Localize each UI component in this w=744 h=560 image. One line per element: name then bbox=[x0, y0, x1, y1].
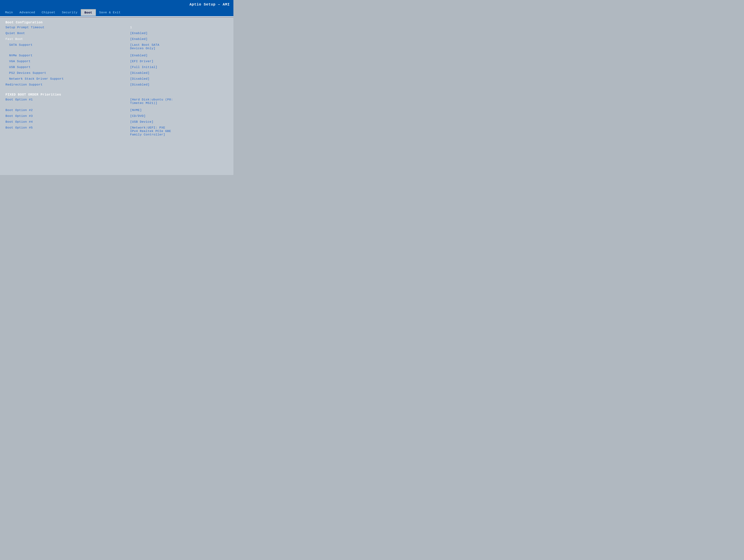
tab-advanced[interactable]: Advanced bbox=[16, 9, 38, 16]
value-boot-option-2: [NVME] bbox=[130, 109, 228, 112]
label-vga-support[interactable]: VGA Support bbox=[5, 59, 128, 63]
label-boot-option-3[interactable]: Boot Option #3 bbox=[5, 114, 128, 118]
row-fast-boot: Fast Boot [Enabled] bbox=[5, 37, 228, 42]
boot5-val-line3: Family Controller] bbox=[130, 133, 228, 136]
value-setup-prompt-timeout: 1 bbox=[130, 26, 228, 29]
boot5-val-line1: [Network:UEFI: PXE bbox=[130, 126, 228, 129]
value-vga-support: [EFI Driver] bbox=[130, 59, 228, 63]
value-sata-support: [Last Boot SATA Devices Only] bbox=[130, 43, 228, 50]
sata-val-line1: [Last Boot SATA bbox=[130, 43, 228, 47]
value-boot-option-5: [Network:UEFI: PXE IPv4 Realtek PCIe GBE… bbox=[130, 126, 228, 136]
row-boot-option-2: Boot Option #2 [NVME] bbox=[5, 109, 228, 113]
row-boot-option-5: Boot Option #5 [Network:UEFI: PXE IPv4 R… bbox=[5, 126, 228, 136]
row-redirection-support: Redirection Support [Disabled] bbox=[5, 83, 228, 88]
tab-chipset[interactable]: Chipset bbox=[38, 9, 59, 16]
value-quiet-boot: [Enabled] bbox=[130, 32, 228, 35]
row-network-stack-driver-support: Network Stack Driver Support [Disabled] bbox=[5, 77, 228, 82]
row-nvme-support: NVMe Support [Enabled] bbox=[5, 54, 228, 58]
label-nvme-support[interactable]: NVMe Support bbox=[5, 54, 128, 57]
label-boot-option-4[interactable]: Boot Option #4 bbox=[5, 120, 128, 124]
boot1-val-line2: Timetec MS21)] bbox=[130, 102, 228, 105]
bios-screen: Aptio Setup – AMI Main Advanced Chipset … bbox=[0, 0, 233, 175]
boot1-val-line1: [Hard Disk:ubuntu (P0: bbox=[130, 98, 228, 102]
label-boot-option-5[interactable]: Boot Option #5 bbox=[5, 126, 128, 129]
tab-security[interactable]: Security bbox=[59, 9, 81, 16]
row-boot-option-4: Boot Option #4 [USB Device] bbox=[5, 120, 228, 125]
label-redirection-support[interactable]: Redirection Support bbox=[5, 83, 128, 86]
label-boot-option-1[interactable]: Boot Option #1 bbox=[5, 98, 128, 102]
label-ps2-devices-support[interactable]: PS2 Devices Support bbox=[5, 71, 128, 75]
row-boot-option-1: Boot Option #1 [Hard Disk:ubuntu (P0: Ti… bbox=[5, 98, 228, 105]
value-fast-boot: [Enabled] bbox=[130, 37, 228, 41]
value-network-stack-driver-support: [Disabled] bbox=[130, 77, 228, 81]
boot-config-heading: Boot Configuration bbox=[5, 21, 228, 24]
value-boot-option-4: [USB Device] bbox=[130, 120, 228, 124]
tab-bar: Main Advanced Chipset Security Boot Save… bbox=[0, 9, 233, 17]
row-setup-prompt-timeout: Setup Prompt Timeout 1 bbox=[5, 26, 228, 31]
row-vga-support: VGA Support [EFI Driver] bbox=[5, 59, 228, 64]
value-usb-support: [Full Initial] bbox=[130, 66, 228, 69]
main-content: Boot Configuration Setup Prompt Timeout … bbox=[0, 17, 233, 175]
row-sata-support: SATA Support [Last Boot SATA Devices Onl… bbox=[5, 43, 228, 50]
row-usb-support: USB Support [Full Initial] bbox=[5, 66, 228, 70]
label-network-stack-driver-support[interactable]: Network Stack Driver Support bbox=[5, 77, 128, 81]
label-setup-prompt-timeout[interactable]: Setup Prompt Timeout bbox=[5, 26, 128, 29]
boot5-val-line2: IPv4 Realtek PCIe GBE bbox=[130, 129, 228, 133]
label-quiet-boot[interactable]: Quiet Boot bbox=[5, 32, 128, 35]
tab-save-exit[interactable]: Save & Exit bbox=[96, 9, 124, 16]
boot-order-heading: FIXED BOOT ORDER Priorities bbox=[5, 93, 228, 96]
header-title: Aptio Setup – AMI bbox=[189, 2, 230, 7]
header-bar: Aptio Setup – AMI bbox=[0, 0, 233, 9]
label-fast-boot[interactable]: Fast Boot bbox=[5, 37, 128, 41]
tab-boot[interactable]: Boot bbox=[81, 9, 96, 16]
value-boot-option-1: [Hard Disk:ubuntu (P0: Timetec MS21)] bbox=[130, 98, 228, 105]
row-boot-option-3: Boot Option #3 [CD/DVD] bbox=[5, 114, 228, 119]
value-ps2-devices-support: [Disabled] bbox=[130, 71, 228, 75]
row-quiet-boot: Quiet Boot [Enabled] bbox=[5, 32, 228, 36]
label-sata-support[interactable]: SATA Support bbox=[5, 43, 128, 47]
tab-main[interactable]: Main bbox=[2, 9, 16, 16]
label-usb-support[interactable]: USB Support bbox=[5, 66, 128, 69]
value-boot-option-3: [CD/DVD] bbox=[130, 114, 228, 118]
label-boot-option-2[interactable]: Boot Option #2 bbox=[5, 109, 128, 112]
value-nvme-support: [Enabled] bbox=[130, 54, 228, 57]
value-redirection-support: [Disabled] bbox=[130, 83, 228, 86]
sata-val-line2: Devices Only] bbox=[130, 47, 228, 50]
row-ps2-devices-support: PS2 Devices Support [Disabled] bbox=[5, 71, 228, 76]
